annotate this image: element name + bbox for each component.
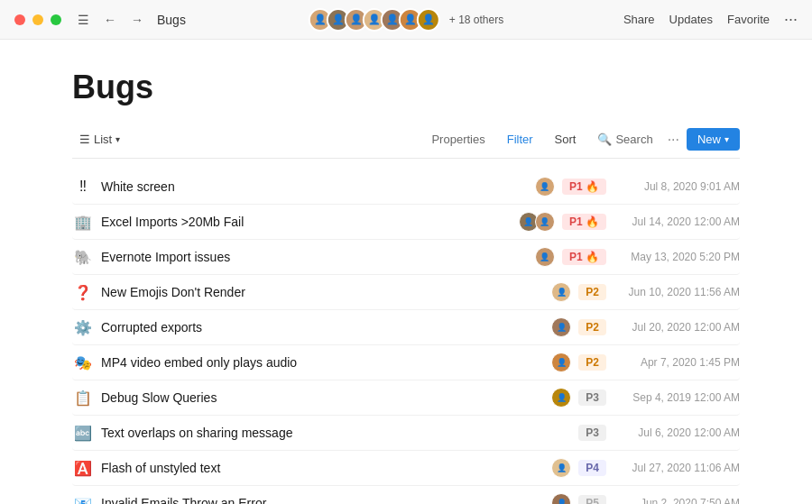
bug-icon: 📧: [72, 492, 94, 504]
updates-button[interactable]: Updates: [669, 13, 713, 26]
navigation: ☰ ← → Bugs: [72, 9, 186, 31]
bug-avatar-group: 👤: [535, 247, 555, 267]
priority-badge: P3: [578, 389, 606, 406]
bug-meta: 👤 P1 🔥 May 13, 2020 5:20 PM: [535, 247, 740, 267]
back-icon[interactable]: ←: [99, 9, 121, 31]
toolbar: ☰ List ▾ Properties Filter Sort 🔍 Search…: [72, 128, 740, 159]
bug-meta: P3 Jul 6, 2020 12:00 AM: [551, 425, 740, 441]
priority-badge: P3: [578, 425, 606, 441]
bug-date: Jul 14, 2020 12:00 AM: [614, 215, 740, 228]
new-chevron-icon: ▾: [724, 134, 729, 144]
bug-list: ‼️ White screen 👤 P1 🔥 Jul 8, 2020 9:01 …: [72, 170, 740, 504]
table-row[interactable]: ❓ New Emojis Don't Render 👤 P2 Jun 10, 2…: [72, 275, 740, 310]
bug-avatar-group: 👤: [551, 388, 571, 408]
bug-title: Corrupted exports: [101, 320, 551, 334]
avatar: 👤: [535, 177, 555, 197]
bug-title: Debug Slow Queries: [101, 390, 551, 405]
table-row[interactable]: 📧 Invalid Emails Throw an Error 👤 P5 Jun…: [72, 486, 740, 504]
titlebar-actions: Share Updates Favorite ···: [623, 10, 798, 29]
bug-title: Excel Imports >20Mb Fail: [101, 215, 519, 229]
bug-date: Jul 8, 2020 9:01 AM: [614, 180, 740, 193]
favorite-button[interactable]: Favorite: [727, 13, 770, 26]
bug-avatar-group: 👤: [551, 317, 571, 337]
avatar-group: 👤 👤 👤 👤 👤 👤 👤: [309, 8, 440, 32]
view-label: List: [94, 133, 112, 146]
bug-meta: 👤 P2 Jul 20, 2020 12:00 AM: [551, 317, 740, 337]
bug-meta: 👤 P2 Apr 7, 2020 1:45 PM: [551, 353, 740, 372]
avatar: 👤: [535, 212, 555, 232]
titlebar: ☰ ← → Bugs 👤 👤 👤 👤 👤 👤 👤 + 18 others Sha…: [0, 0, 812, 40]
bug-meta: 👤 P4 Jul 27, 2020 11:06 AM: [551, 458, 740, 478]
bug-title: Evernote Import issues: [101, 250, 535, 264]
search-label: Search: [615, 133, 652, 146]
bug-icon: ⚙️: [72, 316, 94, 338]
bug-title: MP4 video embed only plays audio: [101, 355, 551, 370]
minimize-dot[interactable]: [32, 14, 43, 25]
bug-meta: 👤 P1 🔥 Jul 8, 2020 9:01 AM: [535, 177, 740, 197]
avatar: 👤: [551, 493, 571, 504]
bug-icon: 🐘: [72, 246, 94, 268]
bug-icon: 🎭: [72, 352, 94, 373]
bug-title: White screen: [101, 179, 535, 194]
new-label: New: [697, 133, 721, 146]
bug-date: Jul 27, 2020 11:06 AM: [614, 462, 740, 474]
bug-title: Text overlaps on sharing message: [101, 426, 551, 440]
forward-icon[interactable]: →: [126, 9, 148, 31]
sort-button[interactable]: Sort: [548, 129, 584, 150]
view-toggle[interactable]: ☰ List ▾: [72, 129, 127, 150]
breadcrumb: Bugs: [157, 13, 186, 27]
bug-icon: ‼️: [72, 176, 94, 197]
bug-meta: 👤 P5 Jun 2, 2020 7:50 AM: [551, 493, 740, 504]
table-row[interactable]: 🔤 Text overlaps on sharing message P3 Ju…: [72, 416, 740, 451]
priority-badge: P4: [578, 460, 606, 476]
avatar: 👤: [551, 353, 571, 372]
table-row[interactable]: ⚙️ Corrupted exports 👤 P2 Jul 20, 2020 1…: [72, 310, 740, 345]
chevron-down-icon: ▾: [115, 134, 120, 144]
avatar: 👤: [551, 282, 571, 302]
bug-title: Flash of unstyled text: [101, 461, 551, 475]
share-button[interactable]: Share: [623, 13, 655, 26]
table-row[interactable]: ‼️ White screen 👤 P1 🔥 Jul 8, 2020 9:01 …: [72, 170, 740, 205]
others-count: + 18 others: [449, 14, 503, 26]
bug-avatar-group: 👤: [551, 458, 571, 478]
list-icon: ☰: [79, 133, 90, 146]
window-controls: [14, 14, 61, 25]
table-row[interactable]: 🐘 Evernote Import issues 👤 P1 🔥 May 13, …: [72, 240, 740, 275]
table-row[interactable]: 🏢 Excel Imports >20Mb Fail 👤👤 P1 🔥 Jul 1…: [72, 205, 740, 240]
priority-badge: P2: [578, 319, 606, 335]
bug-date: Jun 10, 2020 11:56 AM: [614, 286, 740, 298]
bug-date: Sep 4, 2019 12:00 AM: [614, 391, 740, 404]
bug-avatar-group: 👤: [551, 493, 571, 504]
collaborators: 👤 👤 👤 👤 👤 👤 👤 + 18 others: [309, 8, 503, 32]
search-button[interactable]: 🔍 Search: [590, 129, 660, 150]
bug-icon: 🏢: [72, 211, 94, 233]
more-button[interactable]: ···: [784, 10, 798, 29]
bug-avatar-group: 👤👤: [519, 212, 555, 232]
avatar: 👤: [551, 388, 571, 408]
avatar: 👤: [551, 317, 571, 337]
bug-meta: 👤👤 P1 🔥 Jul 14, 2020 12:00 AM: [519, 212, 740, 232]
page-title: Bugs: [72, 69, 740, 106]
table-row[interactable]: 🅰️ Flash of unstyled text 👤 P4 Jul 27, 2…: [72, 451, 740, 486]
search-icon: 🔍: [597, 133, 612, 146]
priority-badge: P1 🔥: [562, 249, 606, 265]
bug-meta: 👤 P3 Sep 4, 2019 12:00 AM: [551, 388, 740, 408]
properties-button[interactable]: Properties: [424, 129, 492, 150]
table-row[interactable]: 📋 Debug Slow Queries 👤 P3 Sep 4, 2019 12…: [72, 380, 740, 416]
priority-badge: P2: [578, 284, 606, 300]
priority-badge: P2: [578, 354, 606, 371]
filter-button[interactable]: Filter: [500, 129, 540, 150]
bug-icon: 🅰️: [72, 457, 94, 479]
toolbar-more-button[interactable]: ···: [668, 132, 679, 148]
bug-icon: ❓: [72, 281, 94, 303]
bug-date: Jul 6, 2020 12:00 AM: [614, 426, 740, 439]
bug-title: Invalid Emails Throw an Error: [101, 496, 551, 504]
bug-date: Apr 7, 2020 1:45 PM: [614, 356, 740, 369]
priority-badge: P1 🔥: [562, 214, 606, 230]
menu-icon[interactable]: ☰: [72, 9, 94, 31]
table-row[interactable]: 🎭 MP4 video embed only plays audio 👤 P2 …: [72, 345, 740, 380]
new-button[interactable]: New ▾: [687, 128, 740, 151]
bug-date: Jun 2, 2020 7:50 AM: [614, 497, 740, 504]
maximize-dot[interactable]: [51, 14, 61, 25]
close-dot[interactable]: [14, 14, 25, 25]
